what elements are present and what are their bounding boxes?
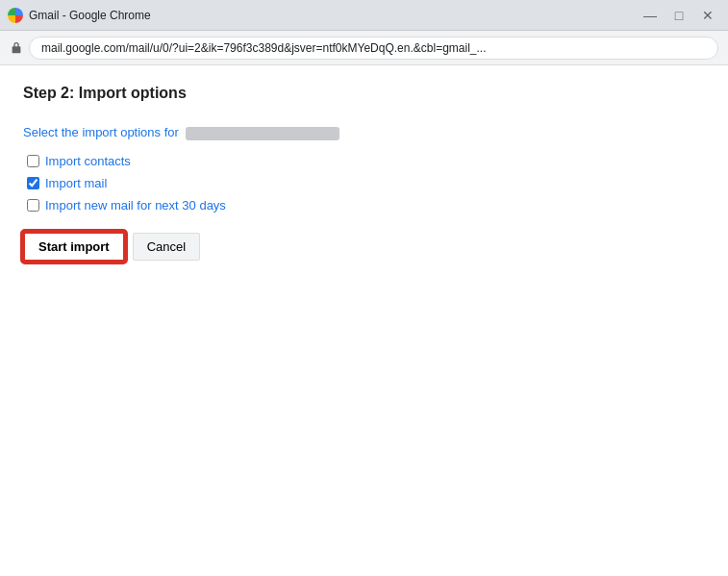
import-contacts-item[interactable]: Import contacts <box>27 154 705 168</box>
import-new-mail-checkbox[interactable] <box>27 199 39 212</box>
minimize-button[interactable]: — <box>638 6 663 25</box>
import-new-mail-label: Import new mail for next 30 days <box>45 198 226 213</box>
button-row: Start import Cancel <box>23 232 705 262</box>
url-bar[interactable]: mail.google.com/mail/u/0/?ui=2&ik=796f3c… <box>29 37 718 60</box>
address-bar: mail.google.com/mail/u/0/?ui=2&ik=796f3c… <box>0 31 728 65</box>
title-bar: Gmail - Google Chrome — □ ✕ <box>0 0 728 31</box>
instruction-text: Select the import options for <box>23 125 705 140</box>
import-contacts-checkbox[interactable] <box>27 155 39 167</box>
import-contacts-label: Import contacts <box>45 154 131 168</box>
lock-icon <box>10 41 23 55</box>
import-mail-item[interactable]: Import mail <box>27 176 705 190</box>
import-new-mail-item[interactable]: Import new mail for next 30 days <box>27 198 705 213</box>
import-mail-checkbox[interactable] <box>27 177 39 189</box>
checkbox-group: Import contacts Import mail Import new m… <box>27 154 705 213</box>
cancel-button[interactable]: Cancel <box>133 233 200 261</box>
browser-favicon <box>8 8 23 23</box>
import-mail-label: Import mail <box>45 176 107 190</box>
close-button[interactable]: ✕ <box>695 6 720 25</box>
window-controls: — □ ✕ <box>638 6 720 25</box>
maximize-button[interactable]: □ <box>666 6 691 25</box>
page-title: Step 2: Import options <box>23 85 705 102</box>
start-import-button[interactable]: Start import <box>23 232 125 262</box>
window-title: Gmail - Google Chrome <box>29 9 630 22</box>
page-content: Step 2: Import options Select the import… <box>0 65 728 576</box>
email-address-blurred <box>186 127 339 140</box>
